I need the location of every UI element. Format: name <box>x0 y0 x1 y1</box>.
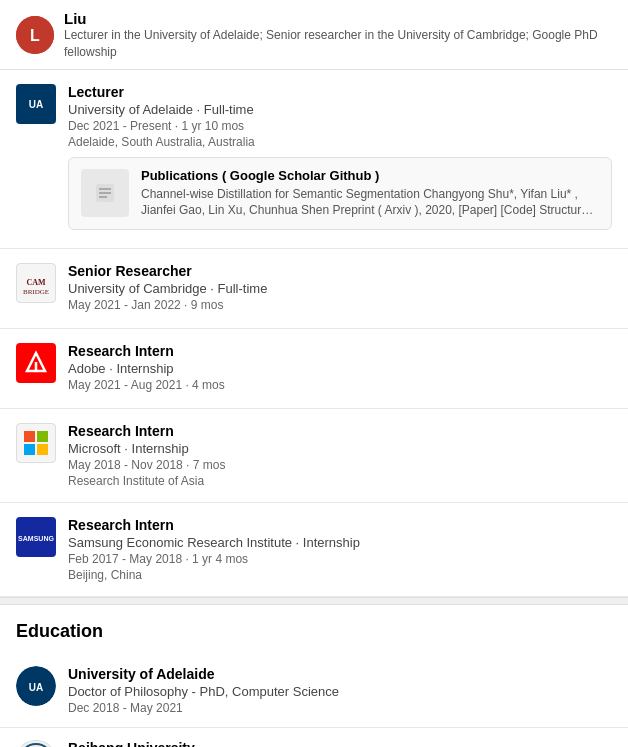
experience-item-lecturer: UA Lecturer University of Adelaide · Ful… <box>0 70 628 250</box>
education-item-beihang-masters: 北航 Beihang University Master's degree, A… <box>0 728 628 747</box>
job-details-adobe: Research Intern Adobe · Internship May 2… <box>68 343 612 394</box>
publication-description: Channel-wise Distillation for Semantic S… <box>141 186 599 220</box>
svg-rect-5 <box>99 188 111 190</box>
edu-school-beihang-masters: Beihang University <box>68 740 612 747</box>
date-range-lecturer: Dec 2021 - Present · 1 yr 10 mos <box>68 119 612 133</box>
job-title-samsung: Research Intern <box>68 517 612 533</box>
svg-text:BRIDGE: BRIDGE <box>23 288 49 296</box>
company-name-samsung: Samsung Economic Research Institute · In… <box>68 535 612 550</box>
location-lecturer: Adelaide, South Australia, Australia <box>68 135 612 149</box>
company-logo-adobe <box>16 343 56 383</box>
date-range-samsung: Feb 2017 - May 2018 · 1 yr 4 mos <box>68 552 612 566</box>
education-item-adelaide: UA University of Adelaide Doctor of Phil… <box>0 654 628 728</box>
job-details-lecturer: Lecturer University of Adelaide · Full-t… <box>68 84 612 235</box>
avatar: L <box>16 16 54 54</box>
edu-school-adelaide: University of Adelaide <box>68 666 612 682</box>
date-range-microsoft: May 2018 - Nov 2018 · 7 mos <box>68 458 612 472</box>
date-range-senior-researcher: May 2021 - Jan 2022 · 9 mos <box>68 298 612 312</box>
company-logo-adelaide: UA <box>16 84 56 124</box>
experience-item-microsoft: Research Intern Microsoft · Internship M… <box>0 409 628 503</box>
company-name-lecturer: University of Adelaide · Full-time <box>68 102 612 117</box>
edu-details-adelaide: University of Adelaide Doctor of Philoso… <box>68 666 612 715</box>
edu-degree-adelaide: Doctor of Philosophy - PhD, Computer Sci… <box>68 684 612 699</box>
date-range-adobe: May 2021 - Aug 2021 · 4 mos <box>68 378 612 392</box>
avatar-initial: L <box>16 16 54 54</box>
education-section-title: Education <box>0 605 628 650</box>
microsoft-logo-grid <box>24 431 48 455</box>
edu-logo-beihang-masters: 北航 <box>16 740 56 747</box>
job-title-lecturer: Lecturer <box>68 84 612 100</box>
job-title-senior-researcher: Senior Researcher <box>68 263 612 279</box>
profile-header: L Liu Lecturer in the University of Adel… <box>0 0 628 70</box>
company-name-adobe: Adobe · Internship <box>68 361 612 376</box>
section-separator <box>0 597 628 605</box>
svg-rect-6 <box>99 192 111 194</box>
svg-text:SAMSUNG: SAMSUNG <box>18 535 54 542</box>
svg-text:UA: UA <box>29 682 43 693</box>
company-logo-microsoft <box>16 423 56 463</box>
edu-logo-adelaide: UA <box>16 666 56 706</box>
svg-rect-7 <box>99 196 107 198</box>
profile-name[interactable]: Liu <box>64 10 612 27</box>
experience-item-senior-researcher: CAM BRIDGE Senior Researcher University … <box>0 249 628 329</box>
job-details-senior-researcher: Senior Researcher University of Cambridg… <box>68 263 612 314</box>
svg-text:L: L <box>30 27 40 44</box>
publication-title: Publications ( Google Scholar Github ) <box>141 168 599 183</box>
ms-yellow <box>37 444 48 455</box>
publication-text: Publications ( Google Scholar Github ) C… <box>141 168 599 220</box>
edu-dates-adelaide: Dec 2018 - May 2021 <box>68 701 612 715</box>
job-title-microsoft: Research Intern <box>68 423 612 439</box>
experience-item-samsung: SAMSUNG Research Intern Samsung Economic… <box>0 503 628 597</box>
ms-red <box>24 431 35 442</box>
experience-item-adobe: Research Intern Adobe · Internship May 2… <box>0 329 628 409</box>
edu-details-beihang-masters: Beihang University Master's degree, Arti… <box>68 740 612 747</box>
ms-green <box>37 431 48 442</box>
job-details-microsoft: Research Intern Microsoft · Internship M… <box>68 423 612 488</box>
svg-text:CAM: CAM <box>26 278 46 287</box>
location-samsung: Beijing, China <box>68 568 612 582</box>
publication-card[interactable]: Publications ( Google Scholar Github ) C… <box>68 157 612 231</box>
company-name-senior-researcher: University of Cambridge · Full-time <box>68 281 612 296</box>
job-title-adobe: Research Intern <box>68 343 612 359</box>
company-logo-samsung: SAMSUNG <box>16 517 56 557</box>
company-logo-cambridge: CAM BRIDGE <box>16 263 56 303</box>
publication-icon <box>81 169 129 217</box>
job-details-samsung: Research Intern Samsung Economic Researc… <box>68 517 612 582</box>
svg-text:UA: UA <box>29 99 43 110</box>
profile-tagline: Lecturer in the University of Adelaide; … <box>64 27 612 61</box>
ms-blue <box>24 444 35 455</box>
location-microsoft: Research Institute of Asia <box>68 474 612 488</box>
profile-info: Liu Lecturer in the University of Adelai… <box>64 10 612 61</box>
company-name-microsoft: Microsoft · Internship <box>68 441 612 456</box>
